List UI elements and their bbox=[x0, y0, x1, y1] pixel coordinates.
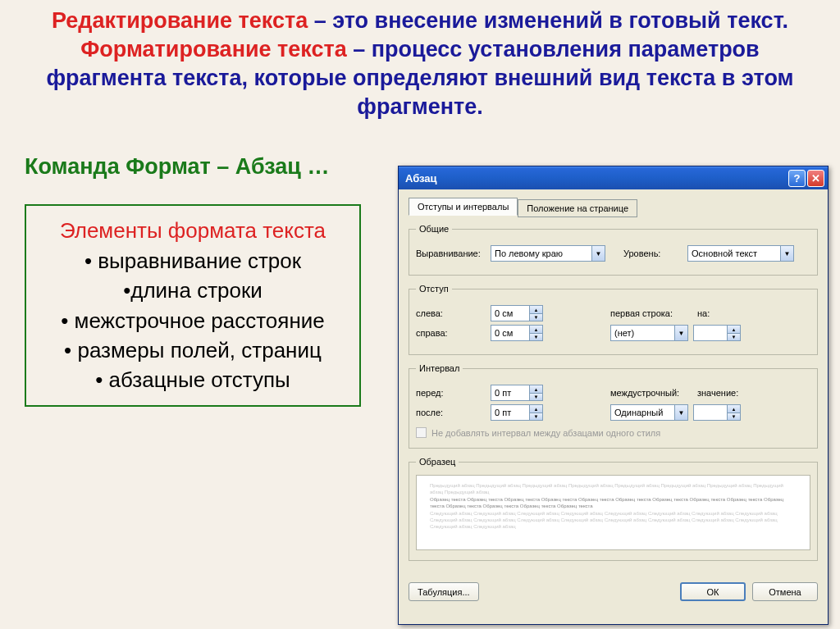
group-indent: Отступ слева: 0 см ▲▼ первая строка: на:… bbox=[409, 284, 818, 355]
before-label: перед: bbox=[416, 388, 486, 398]
indent-left-value: 0 см bbox=[491, 308, 529, 318]
at-spin[interactable]: ▲▼ bbox=[693, 404, 741, 421]
align-value: По левому краю bbox=[491, 248, 591, 258]
tab-indents[interactable]: Отступы и интервалы bbox=[409, 198, 518, 216]
align-combo[interactable]: По левому краю ▼ bbox=[491, 245, 605, 262]
spin-down-icon[interactable]: ▼ bbox=[529, 412, 542, 420]
before-value: 0 пт bbox=[491, 388, 529, 398]
heading-term-1: Редактирование текста bbox=[52, 8, 308, 33]
elements-item: • размеры полей, страниц bbox=[36, 335, 349, 365]
group-indent-legend: Отступ bbox=[416, 284, 452, 294]
indent-right-value: 0 см bbox=[491, 328, 529, 338]
spin-up-icon[interactable]: ▲ bbox=[529, 326, 542, 333]
tab-strip: Отступы и интервалы Положение на страниц… bbox=[409, 198, 818, 216]
after-value: 0 пт bbox=[491, 408, 529, 417]
line-spacing-value: Одинарный bbox=[611, 408, 674, 417]
heading-def-1: – это внесение изменений в готовый текст… bbox=[308, 8, 788, 33]
no-space-label: Не добавлять интервал между абзацами одн… bbox=[431, 428, 660, 438]
spin-up-icon[interactable]: ▲ bbox=[529, 306, 542, 313]
first-line-value: (нет) bbox=[611, 328, 674, 338]
elements-item: • выравнивание строк bbox=[36, 246, 349, 276]
first-line-combo[interactable]: (нет) ▼ bbox=[610, 325, 688, 341]
spin-down-icon[interactable]: ▼ bbox=[529, 333, 542, 340]
preview-prev-text: Предыдущий абзац Предыдущий абзац Предыд… bbox=[430, 482, 797, 496]
level-label: Уровень: bbox=[623, 248, 682, 258]
dialog-button-row: Табуляция... ОК Отмена bbox=[399, 577, 828, 609]
close-button[interactable]: ✕ bbox=[807, 170, 824, 187]
titlebar[interactable]: Абзац ? ✕ bbox=[399, 166, 828, 189]
chevron-down-icon: ▼ bbox=[591, 246, 605, 261]
group-spacing: Интервал перед: 0 пт ▲▼ междустрочный: з… bbox=[409, 363, 818, 449]
by-label: на: bbox=[697, 308, 738, 318]
group-general: Общие Выравнивание: По левому краю ▼ Уро… bbox=[409, 224, 818, 276]
preview-next-text: Следующий абзац Следующий абзац Следующи… bbox=[430, 510, 797, 531]
indent-right-label: справа: bbox=[416, 328, 486, 338]
spin-down-icon[interactable]: ▼ bbox=[727, 333, 740, 340]
level-combo[interactable]: Основной текст ▼ bbox=[687, 245, 794, 262]
indent-right-spin[interactable]: 0 см ▲▼ bbox=[491, 325, 543, 341]
spin-down-icon[interactable]: ▼ bbox=[529, 313, 542, 321]
spin-down-icon[interactable]: ▼ bbox=[529, 393, 542, 400]
level-value: Основной текст bbox=[688, 248, 780, 258]
elements-item: • абзацные отступы bbox=[36, 365, 349, 394]
heading-term-2: Форматирование текста bbox=[80, 37, 346, 62]
at-label: значение: bbox=[697, 388, 738, 398]
slide-heading: Редактирование текста – это внесение изм… bbox=[0, 0, 840, 121]
elements-box: Элементы формата текста • выравнивание с… bbox=[25, 204, 361, 406]
chevron-down-icon: ▼ bbox=[674, 405, 687, 420]
close-icon: ✕ bbox=[811, 172, 820, 185]
dialog-title: Абзац bbox=[405, 172, 437, 185]
no-space-checkbox[interactable] bbox=[416, 427, 427, 438]
elements-title: Элементы формата текста bbox=[36, 216, 349, 245]
ok-button[interactable]: ОК bbox=[680, 582, 746, 601]
spin-up-icon[interactable]: ▲ bbox=[529, 405, 542, 412]
first-line-label: первая строка: bbox=[610, 308, 692, 318]
spin-up-icon[interactable]: ▲ bbox=[529, 385, 542, 393]
group-preview: Образец Предыдущий абзац Предыдущий абза… bbox=[409, 457, 818, 561]
elements-item: •длина строки bbox=[36, 276, 349, 305]
group-preview-legend: Образец bbox=[416, 457, 459, 467]
paragraph-dialog: Абзац ? ✕ Отступы и интервалы Положение … bbox=[398, 166, 829, 625]
spin-down-icon[interactable]: ▼ bbox=[727, 412, 740, 420]
indent-left-spin[interactable]: 0 см ▲▼ bbox=[491, 305, 543, 321]
after-spin[interactable]: 0 пт ▲▼ bbox=[491, 404, 543, 421]
chevron-down-icon: ▼ bbox=[780, 246, 793, 261]
help-button[interactable]: ? bbox=[788, 170, 806, 187]
spin-up-icon[interactable]: ▲ bbox=[727, 326, 740, 333]
by-spin[interactable]: ▲▼ bbox=[693, 325, 741, 341]
cancel-button[interactable]: Отмена bbox=[752, 582, 818, 601]
after-label: после: bbox=[416, 408, 486, 417]
tab-position[interactable]: Положение на странице bbox=[518, 199, 637, 217]
tabs-button[interactable]: Табуляция... bbox=[409, 582, 479, 601]
before-spin[interactable]: 0 пт ▲▼ bbox=[491, 385, 543, 401]
line-spacing-label: междустрочный: bbox=[610, 388, 692, 398]
group-general-legend: Общие bbox=[416, 224, 452, 234]
preview-sample-text: Образец текста Образец текста Образец те… bbox=[430, 496, 797, 510]
preview-area: Предыдущий абзац Предыдущий абзац Предыд… bbox=[416, 475, 810, 550]
help-icon: ? bbox=[794, 172, 801, 185]
group-spacing-legend: Интервал bbox=[416, 363, 463, 373]
align-label: Выравнивание: bbox=[416, 248, 486, 258]
indent-left-label: слева: bbox=[416, 308, 486, 318]
elements-item: • межстрочное расстояние bbox=[36, 306, 349, 335]
chevron-down-icon: ▼ bbox=[674, 326, 687, 340]
line-spacing-combo[interactable]: Одинарный ▼ bbox=[610, 404, 688, 421]
spin-up-icon[interactable]: ▲ bbox=[727, 405, 740, 412]
